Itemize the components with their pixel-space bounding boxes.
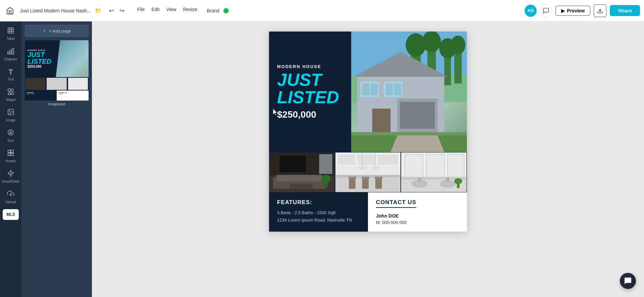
sidebar-shape-label: Shape [6,98,16,102]
sidebar-smartfields-label: SmartFields [2,180,19,183]
svg-point-57 [321,175,331,183]
svg-rect-66 [348,177,356,179]
svg-rect-60 [337,154,356,165]
sidebar-item-diagram[interactable]: Diagram [1,45,20,64]
menu-view[interactable]: View [164,5,179,16]
sidebar-image-label: Image [6,118,15,122]
canvas-area[interactable]: MODERN HOUSE JUST LISTED $250,000 [92,21,644,297]
sidebar-item-table[interactable]: Table [1,24,20,43]
price-label: $250,000 [277,109,343,120]
menu-file[interactable]: File [135,5,148,16]
sidebar-item-smartfields[interactable]: SmartFields [1,167,20,186]
upload-icon [7,190,14,199]
page-thumbnail-1[interactable]: 1 ••• MODERN HOUSE JUSTLISTED $250,000 [25,40,89,107]
svg-rect-78 [448,154,464,177]
svg-rect-55 [319,154,332,174]
sidebar-item-text[interactable]: T Text [1,65,20,84]
just-listed-label: JUST LISTED [277,71,343,106]
user-avatar[interactable]: KD [525,5,537,17]
svg-rect-53 [276,175,323,182]
svg-marker-11 [8,92,11,95]
svg-rect-12 [11,92,14,95]
add-page-plus-icon: ＋ [42,28,47,34]
sidebar-item-icon[interactable]: Icon [1,126,20,145]
sidebar-icon-label: Icon [8,139,14,142]
undo-button[interactable]: ↩ [107,6,116,16]
sidebar-assets-label: Assets [6,159,16,163]
svg-rect-36 [400,102,435,129]
svg-rect-1 [8,28,14,34]
right-actions: KD ▶ Preview Share [525,4,640,17]
flyer-photos-row [269,152,467,192]
brand-check-icon: ✓ [223,8,229,13]
svg-rect-62 [377,154,398,165]
svg-rect-6 [8,52,9,54]
redo-button[interactable]: ↪ [117,6,126,16]
svg-point-32 [451,36,466,54]
svg-point-10 [11,89,13,91]
file-title: Just Listed Modern House Nash... [20,8,91,13]
sidebar-item-upload[interactable]: Upload [1,187,20,206]
menu-resize[interactable]: Resize [180,5,200,16]
sidebar-item-shape[interactable]: Shape [1,85,20,104]
svg-rect-17 [8,150,10,153]
flyer-left-panel: MODERN HOUSE JUST LISTED $250,000 [269,32,351,152]
kitchen-photo [335,152,401,192]
svg-rect-9 [8,89,10,91]
text-icon: T [8,68,13,76]
sidebar-text-label: Text [8,77,14,81]
sidebar-mls-button[interactable]: MLS [3,209,19,220]
page-name: imagepost [25,101,89,107]
svg-point-74 [371,166,379,170]
svg-marker-48 [391,135,444,152]
svg-rect-68 [361,177,369,179]
sidebar-item-assets[interactable]: Assets [1,146,20,166]
svg-point-14 [9,110,10,111]
image-icon [7,108,14,117]
svg-rect-20 [11,153,13,156]
menu-brand[interactable]: Brand ✓ [201,5,231,16]
svg-rect-67 [362,177,369,189]
flyer-canvas: MODERN HOUSE JUST LISTED $250,000 [269,32,467,232]
sidebar: Table Diagram T Text [0,21,21,297]
menu-bar: File Edit View Resize Brand ✓ [135,5,231,16]
menu-edit[interactable]: Edit [149,5,162,16]
svg-point-28 [422,32,441,52]
folder-icon[interactable]: 📁 [95,7,102,14]
sidebar-table-label: Table [7,37,15,41]
svg-marker-21 [8,170,14,176]
preview-button[interactable]: ▶ Preview [555,6,590,16]
svg-rect-70 [375,177,383,179]
add-page-button[interactable]: ＋ + Add page [25,25,89,37]
add-page-label: + Add page [49,28,71,34]
svg-point-72 [358,166,366,170]
comment-button[interactable] [540,5,552,17]
chat-bubble-button[interactable] [620,273,636,289]
assets-icon [7,149,14,158]
sidebar-diagram-label: Diagram [4,57,17,61]
share-button[interactable]: Share [610,5,640,16]
svg-rect-43 [386,83,393,95]
svg-rect-83 [418,178,421,182]
living-room-photo [269,152,335,192]
svg-point-16 [10,131,12,133]
main-layout: Table Diagram T Text [0,21,644,297]
svg-rect-7 [10,50,12,54]
svg-rect-40 [362,83,370,95]
sidebar-upload-label: Upload [5,200,16,204]
undo-redo-group: ↩ ↪ [107,6,126,16]
page-panel: ＋ + Add page 1 ••• MODERN HOUSE JUSTLIST… [21,21,92,297]
svg-rect-69 [375,177,382,189]
svg-rect-54 [289,184,313,189]
download-button[interactable] [594,4,606,17]
svg-rect-51 [279,156,306,172]
sidebar-item-image[interactable]: Image [1,106,20,125]
home-button[interactable] [4,5,16,17]
contact-section: CONTACT US John DOE M: 000-000-000 [368,192,467,232]
contact-phone: M: 000-000-000 [376,220,459,225]
table-icon [7,27,14,36]
shape-icon [7,88,14,97]
smartfields-icon [7,170,14,179]
bathroom-photo [401,152,467,192]
svg-rect-77 [426,154,444,177]
